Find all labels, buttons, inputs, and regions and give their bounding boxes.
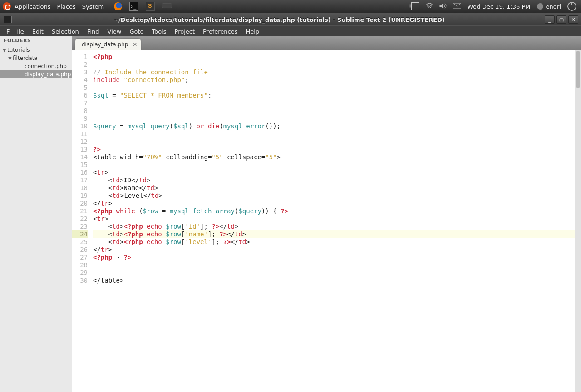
line-number: 22 [72,215,88,223]
code-line[interactable] [93,61,581,69]
power-icon[interactable] [567,2,576,11]
code-line[interactable]: include "connection.php"; [93,76,581,84]
code-line[interactable]: // Include the connection file [93,69,581,76]
code-line[interactable]: $query = mysql_query($sql) or die(mysql_… [93,122,581,130]
file-node[interactable]: display_data.php [0,70,72,78]
volume-icon[interactable] [439,3,447,10]
code-area[interactable]: <?php // Include the connection fileincl… [91,50,581,392]
token: cellpadding= [162,153,212,161]
indicator-icon[interactable]: ⁞ [409,2,419,10]
maximize-button[interactable]: ▢ [556,15,566,24]
token: ]; [208,230,219,238]
token: </ [231,238,239,245]
window-controls: _ ▢ ✕ [543,15,578,24]
menu-project[interactable]: Project [171,27,199,36]
panel-menu-places[interactable]: Places [57,3,75,10]
token: "5" [265,153,276,161]
token: tr [101,246,108,253]
code-line[interactable] [93,84,581,92]
code-line[interactable]: <table width="70%" cellpadding="5" cells… [93,153,581,161]
code-line[interactable]: <?php [93,53,581,61]
code-line[interactable]: <td><?php echo $row['level']; ?></td> [93,238,581,246]
token: <?php [93,53,112,60]
wifi-icon[interactable] [426,3,433,10]
code-editor[interactable]: 1234567891011121314151617181920212223242… [72,50,581,392]
code-line[interactable]: </tr> [93,246,581,254]
disclosure-arrow-icon: ▼ [8,56,13,61]
user-menu[interactable]: endri [537,3,561,10]
code-line[interactable] [93,107,581,115]
file-node[interactable]: connection.php [0,62,72,70]
folder-node[interactable]: ▼tutorials [0,46,72,54]
token: ]; [200,223,212,230]
token: ; [208,92,212,99]
code-line[interactable]: $sql = "SELECT * FROM members"; [93,92,581,99]
token: td [139,176,147,184]
folder-node[interactable]: ▼filterdata [0,54,72,62]
token: >ID</ [120,176,139,184]
window-body: FOLDERS ▼tutorials▼filterdataconnection.… [0,36,581,392]
menu-goto[interactable]: Goto [126,27,147,36]
token: $sql [93,92,108,99]
menu-view[interactable]: View [104,27,125,36]
menu-edit[interactable]: Edit [29,27,47,36]
code-line[interactable]: <td>Name</td> [93,184,581,192]
code-line[interactable] [93,138,581,146]
code-line[interactable]: <tr> [93,215,581,223]
token: </ [219,223,227,230]
firefox-icon[interactable] [114,2,122,10]
keyboard-icon[interactable] [162,2,172,10]
code-line[interactable]: <?php while ($row = mysql_fetch_array($q… [93,207,581,215]
line-number: 1 [72,53,88,61]
code-line[interactable]: <td>ID</td> [93,176,581,184]
token: > [158,192,162,199]
clock[interactable]: Wed Dec 19, 1:36 PM [468,3,531,10]
disclosure-arrow-icon: ▼ [3,48,7,53]
menu-preferences[interactable]: Preferences [199,27,241,36]
token: tr [101,200,108,207]
menu-tools[interactable]: Tools [148,27,170,36]
code-line[interactable]: <td>Level</td> [93,192,581,200]
line-number: 17 [72,176,88,184]
sublime-icon[interactable] [146,2,155,11]
code-line[interactable] [93,161,581,169]
code-line[interactable]: </tr> [93,200,581,207]
tree-node-label: display_data.php [25,71,71,78]
menu-find[interactable]: Find [84,27,103,36]
terminal-icon[interactable] [129,2,138,11]
token: ]; [212,238,223,245]
token: mysql_fetch_array [170,207,235,215]
code-line[interactable] [93,130,581,138]
scrollbar-thumb[interactable] [576,51,580,88]
code-line[interactable]: ?> [93,146,581,153]
token: $row [143,207,158,215]
panel-menu-applications[interactable]: Applications [15,3,50,10]
mail-icon[interactable] [453,3,461,10]
tab-display-data[interactable]: display_data.php ✕ [75,39,141,50]
code-line[interactable] [93,115,581,122]
tab-close-icon[interactable]: ✕ [133,41,137,48]
token: = [158,207,169,215]
panel-menu-system[interactable]: System [82,3,104,10]
token: "70%" [143,153,162,161]
ubuntu-icon[interactable] [3,2,11,10]
code-line[interactable]: <tr> [93,169,581,176]
code-line[interactable]: </table> [93,277,581,284]
token: "5" [212,153,223,161]
code-line[interactable]: <?php } ?> [93,254,581,261]
code-line[interactable]: <td><?php echo $row['id']; ?></td> [93,223,581,230]
menu-help[interactable]: Help [242,27,263,36]
menu-selection[interactable]: Selection [48,27,83,36]
menu-file[interactable]: File [3,27,28,36]
code-line[interactable] [93,269,581,277]
token: < [93,223,112,230]
window-titlebar[interactable]: ~/Desktop/htdocs/tutorials/filterdata/di… [0,13,581,26]
close-button[interactable]: ✕ [568,15,578,24]
code-line[interactable] [93,99,581,107]
minimize-button[interactable]: _ [545,15,555,24]
token [162,223,166,230]
code-line[interactable]: <td><?php echo $row['name']; ?></td> [93,230,581,238]
editor-scrollbar[interactable] [575,50,581,392]
code-line[interactable] [93,261,581,269]
token: td [235,230,242,238]
